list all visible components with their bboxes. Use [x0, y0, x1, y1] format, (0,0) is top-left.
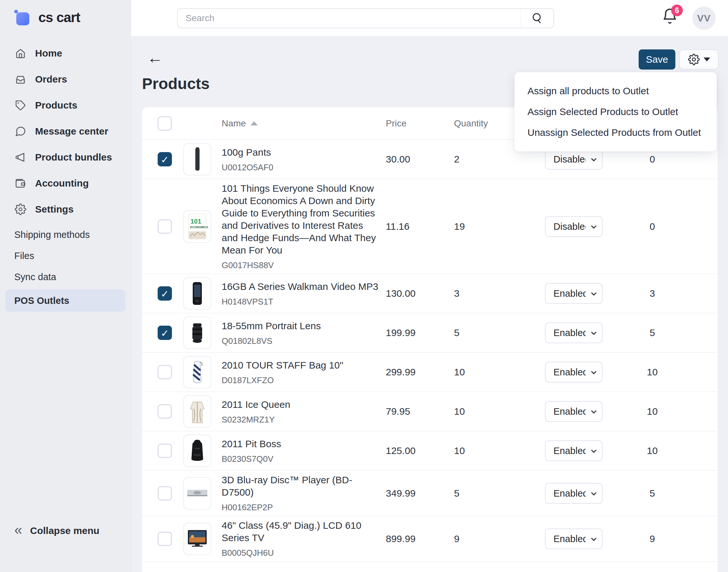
sidebar-subitem-shipping-methods[interactable]: Shipping methods [0, 224, 131, 245]
sidebar-item-label: Products [35, 100, 77, 111]
product-code: S0232MRZ1Y [222, 415, 380, 425]
menu-item[interactable]: Assign all products to Outlet [514, 81, 717, 101]
column-header-name[interactable]: Name [211, 118, 386, 129]
outlet-quantity: 10 [602, 406, 702, 417]
topbar: 6 VV [131, 0, 728, 37]
sidebar-subitem-sync-data[interactable]: Sync data [0, 267, 131, 288]
sidebar-subitem-files[interactable]: Files [0, 245, 131, 267]
search-input[interactable] [178, 9, 521, 27]
book-thumbnail: 101ECONOMICS [183, 210, 211, 243]
sidebar-item-product-bundles[interactable]: Product bundles [0, 144, 131, 170]
sidebar-item-products[interactable]: Products [0, 92, 131, 118]
sidebar: cs cart Home Orders Products Message cen… [0, 0, 131, 572]
sidebar-item-accounting[interactable]: Accounting [0, 170, 131, 196]
row-checkbox[interactable] [158, 152, 172, 166]
sidebar-item-label: Home [35, 48, 62, 59]
sidebar-item-label: Message center [35, 126, 108, 137]
sidebar-item-orders[interactable]: Orders [0, 66, 131, 92]
message-bubble-icon [14, 125, 27, 138]
outlet-quantity: 10 [602, 445, 702, 456]
select-all-checkbox[interactable] [158, 116, 172, 131]
row-checkbox[interactable] [158, 444, 172, 458]
product-price: 125.00 [386, 445, 454, 456]
menu-item[interactable]: Assign Selected Products to Outlet [514, 101, 717, 122]
orders-inbox-icon [14, 73, 27, 85]
walkman-thumbnail [183, 277, 211, 310]
product-code: H00162EP2P [222, 502, 380, 512]
outlet-quantity: 10 [602, 367, 702, 378]
product-price: 11.16 [386, 221, 454, 232]
main-content: ← Products Save Assign all products to O… [131, 37, 728, 572]
collapse-menu-button[interactable]: « Collapse menu [14, 524, 99, 537]
notifications-button[interactable]: 6 [661, 8, 681, 28]
sidebar-item-message-center[interactable]: Message center [0, 118, 131, 144]
status-select[interactable]: DisabledEnabled [545, 216, 602, 237]
outlet-quantity: 5 [602, 327, 702, 338]
product-name: 46" Class (45.9" Diag.) LCD 610 Series T… [222, 519, 380, 544]
gear-icon [14, 203, 27, 215]
status-select[interactable]: DisabledEnabled [545, 149, 602, 170]
row-checkbox[interactable] [158, 286, 172, 301]
sidebar-item-label: Settings [35, 204, 73, 215]
save-button[interactable]: Save [639, 50, 675, 70]
avatar[interactable]: VV [692, 6, 716, 30]
sidebar-item-label: Orders [35, 74, 67, 85]
product-quantity: 3 [454, 288, 545, 299]
status-select[interactable]: DisabledEnabled [545, 483, 602, 504]
product-name: 3D Blu-ray Disc™ Player (BD-D7500) [222, 474, 380, 499]
outlet-quantity: 3 [602, 288, 702, 299]
product-name: 18-55mm Portrait Lens [222, 320, 380, 332]
product-price: 349.99 [386, 488, 454, 499]
product-code: B0005QJH6U [222, 548, 380, 558]
product-quantity: 19 [454, 221, 545, 232]
logo[interactable]: cs cart [0, 0, 131, 25]
tv-thumbnail [183, 522, 211, 555]
megaphone-icon [14, 151, 27, 163]
row-checkbox[interactable] [158, 326, 172, 340]
status-select[interactable]: DisabledEnabled [545, 440, 602, 461]
back-arrow-icon[interactable]: ← [147, 50, 163, 66]
product-price: 199.99 [386, 327, 454, 338]
table-row: 101ECONOMICS 101 Things Everyone Should … [142, 179, 718, 274]
outlet-quantity: 9 [602, 533, 702, 545]
row-checkbox[interactable] [158, 532, 172, 546]
product-price: 79.95 [386, 406, 454, 417]
row-checkbox[interactable] [158, 404, 172, 419]
menu-item[interactable]: Unassign Selected Products from Outlet [514, 122, 717, 143]
status-select[interactable]: DisabledEnabled [545, 401, 602, 422]
logo-text: cs cart [36, 10, 80, 25]
product-quantity: 5 [454, 327, 545, 338]
search-button[interactable] [521, 9, 554, 27]
row-checkbox[interactable] [158, 486, 172, 500]
sidebar-item-home[interactable]: Home [0, 40, 131, 66]
product-code: G0017HS88V [222, 260, 380, 270]
product-name: 100g Pants [222, 146, 380, 159]
gear-menu-button[interactable] [679, 50, 719, 70]
product-quantity: 9 [454, 533, 545, 545]
row-checkbox[interactable] [158, 365, 172, 379]
svg-text:ECONOMICS: ECONOMICS [190, 225, 208, 229]
product-quantity: 10 [454, 406, 545, 417]
table-row: 3D Blu-ray Disc™ Player (BD-D7500) H0016… [142, 471, 718, 516]
status-select[interactable]: DisabledEnabled [545, 323, 602, 343]
wallet-icon [14, 177, 27, 190]
table-row: 46" Class (45.9" Diag.) LCD 610 Series T… [142, 516, 718, 562]
products-tag-icon [14, 99, 27, 112]
gear-icon [688, 54, 700, 65]
status-select[interactable]: DisabledEnabled [545, 528, 602, 549]
status-select[interactable]: DisabledEnabled [545, 362, 602, 382]
sidebar-subitem-pos-outlets[interactable]: POS Outlets [5, 290, 126, 312]
product-name: 16GB A Series Walkman Video MP3 [222, 281, 380, 293]
product-code: D0187LXFZO [222, 375, 380, 385]
status-select[interactable]: DisabledEnabled [545, 283, 602, 304]
sidebar-item-label: Accounting [35, 178, 89, 189]
product-quantity: 5 [454, 488, 545, 499]
golf-bag-thumbnail [183, 356, 211, 388]
product-price: 299.99 [386, 367, 454, 378]
product-quantity: 10 [454, 445, 545, 456]
sidebar-item-settings[interactable]: Settings [0, 196, 131, 222]
product-name: 101 Things Everyone Should Know About Ec… [222, 182, 380, 257]
table-row: 18-55mm Portrait Lens Q01802L8VS 199.99 … [142, 313, 718, 353]
row-checkbox[interactable] [158, 219, 172, 234]
sidebar-nav: Home Orders Products Message center Prod… [0, 40, 131, 222]
